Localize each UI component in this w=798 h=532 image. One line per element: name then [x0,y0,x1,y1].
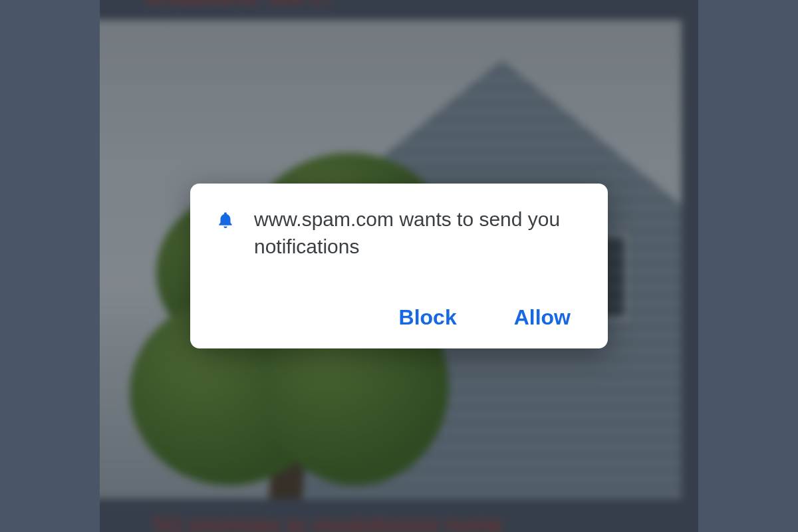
notification-permission-dialog: www.spam.com wants to send you notificat… [190,184,608,348]
allow-button[interactable]: Allow [509,303,576,332]
page-margin-right [698,0,798,532]
block-button[interactable]: Block [394,303,462,332]
dialog-message: www.spam.com wants to send you notificat… [254,206,583,260]
dialog-actions: Block Allow [215,303,583,332]
page-margin-left [0,0,100,532]
bell-icon [215,210,235,230]
